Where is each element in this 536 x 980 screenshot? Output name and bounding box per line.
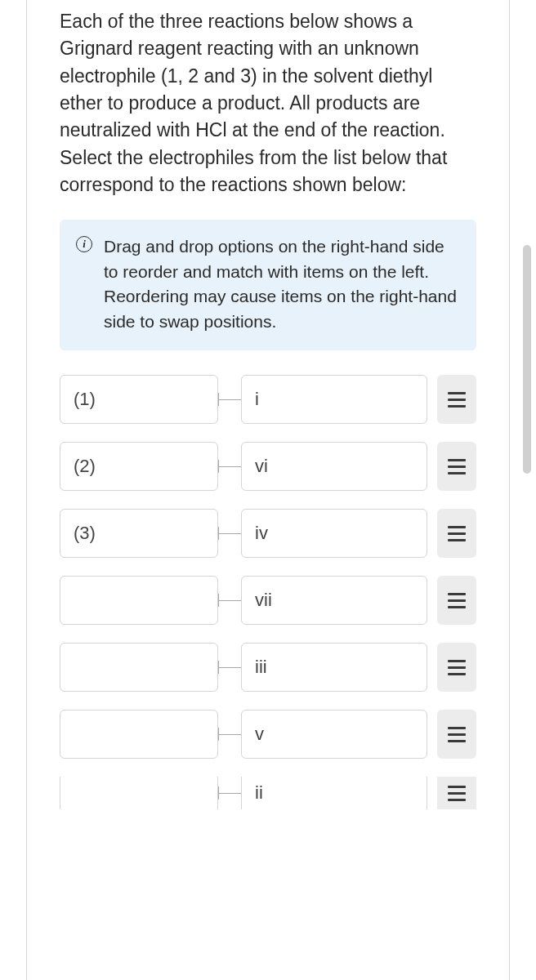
instruction-line-1: Drag and drop options on the right-hand … — [104, 237, 444, 280]
left-slot-empty — [60, 777, 218, 809]
match-row: ii — [60, 777, 476, 809]
match-row: (2) vi — [60, 442, 476, 491]
instruction-line-2: Reordering may cause items on the right-… — [104, 287, 457, 330]
instruction-text: Drag and drop options on the right-hand … — [104, 234, 460, 334]
connector — [218, 375, 241, 424]
left-slot-empty — [60, 576, 218, 625]
match-row: (1) i — [60, 375, 476, 424]
connector — [218, 777, 241, 809]
instruction-content: i Drag and drop options on the right-han… — [76, 234, 460, 334]
drag-handle[interactable] — [437, 643, 476, 692]
drag-handle[interactable] — [437, 576, 476, 625]
right-option-iii[interactable]: iii — [241, 643, 427, 692]
match-row: iii — [60, 643, 476, 692]
left-slot-2: (2) — [60, 442, 218, 491]
scrollbar[interactable] — [523, 245, 531, 474]
info-icon: i — [76, 236, 92, 252]
connector — [218, 509, 241, 558]
drag-handle[interactable] — [437, 509, 476, 558]
drag-handle[interactable] — [437, 375, 476, 424]
drag-icon — [448, 660, 466, 675]
right-option-i[interactable]: i — [241, 375, 427, 424]
question-text: Each of the three reactions below shows … — [50, 8, 486, 198]
right-option-v[interactable]: v — [241, 710, 427, 759]
right-option-ii[interactable]: ii — [241, 777, 427, 809]
match-row: vii — [60, 576, 476, 625]
drag-icon — [448, 392, 466, 408]
left-slot-3: (3) — [60, 509, 218, 558]
drag-handle[interactable] — [437, 442, 476, 491]
left-slot-empty — [60, 710, 218, 759]
connector — [218, 643, 241, 692]
right-option-vii[interactable]: vii — [241, 576, 427, 625]
drag-handle[interactable] — [437, 710, 476, 759]
drag-icon — [448, 727, 466, 742]
right-option-vi[interactable]: vi — [241, 442, 427, 491]
drag-icon — [448, 459, 466, 474]
match-row: v — [60, 710, 476, 759]
left-slot-1: (1) — [60, 375, 218, 424]
match-area: (1) i (2) vi (3) iv — [50, 375, 486, 809]
drag-icon — [448, 786, 466, 801]
instruction-box: i Drag and drop options on the right-han… — [60, 220, 476, 350]
right-option-iv[interactable]: iv — [241, 509, 427, 558]
drag-icon — [448, 526, 466, 541]
match-row: (3) iv — [60, 509, 476, 558]
question-container: Each of the three reactions below shows … — [26, 0, 510, 980]
drag-icon — [448, 593, 466, 608]
connector — [218, 710, 241, 759]
left-slot-empty — [60, 643, 218, 692]
connector — [218, 576, 241, 625]
info-icon-wrap: i — [76, 236, 92, 252]
connector — [218, 442, 241, 491]
drag-handle[interactable] — [437, 777, 476, 809]
